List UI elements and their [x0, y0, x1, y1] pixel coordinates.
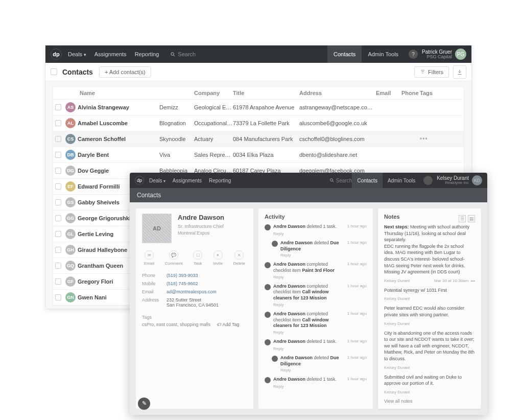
row-avatar: GF: [65, 276, 76, 287]
nav-reporting[interactable]: Reporting: [209, 178, 231, 183]
view-all-notes[interactable]: View all notes: [384, 399, 475, 404]
activity-text: Andre Dawson deleted Due Diligence: [280, 240, 343, 252]
activity-time: 1 hour ago: [347, 339, 367, 343]
table-row[interactable]: CSCameron SchoffelSkynoodleActuary084 Ma…: [53, 131, 464, 147]
avatar[interactable]: PG: [455, 49, 466, 60]
nav-deals[interactable]: Deals: [149, 178, 165, 183]
globe-icon[interactable]: [423, 176, 433, 185]
phone-value[interactable]: (519) 393-9033: [167, 273, 247, 278]
row-checkbox[interactable]: [55, 231, 61, 237]
add-contact-button[interactable]: + Add contact(s): [99, 66, 151, 78]
activity-reply[interactable]: Reply: [273, 346, 367, 351]
search-icon: [170, 52, 176, 57]
activity-reply[interactable]: Reply: [280, 253, 367, 258]
action-delete[interactable]: ✕Delete: [233, 250, 245, 266]
activity-text: Andre Dawson deleted Due Diligence: [280, 355, 343, 367]
profile-name: Andre Dawson: [178, 214, 224, 221]
download-icon: [457, 69, 463, 75]
nav-reporting[interactable]: Reporting: [135, 51, 159, 57]
tab-admin-tools[interactable]: Admin Tools: [362, 45, 405, 63]
notes-title: Notes: [384, 214, 400, 220]
table-row[interactable]: ALAmabel LuscombeBlognationOccupational……: [53, 115, 464, 131]
filters-label: Filters: [428, 69, 443, 75]
current-user[interactable]: Patrick Gruer PSG Capital: [422, 49, 452, 60]
activity-title: Activity: [265, 214, 367, 220]
row-checkbox[interactable]: [55, 215, 61, 221]
activity-text: Andre Dawson completed checklist item Ca…: [273, 311, 343, 329]
activity-reply[interactable]: Reply: [273, 302, 367, 307]
filters-button[interactable]: Filters: [414, 66, 449, 78]
activity-avatar: [265, 284, 271, 290]
activity-reply[interactable]: Reply: [273, 275, 367, 279]
app-header: dp Deals Assignments Reporting Search Co…: [45, 45, 471, 63]
nav-deals[interactable]: Deals: [68, 51, 86, 57]
row-checkbox[interactable]: [55, 104, 61, 110]
notes-add-icon[interactable]: ▤: [468, 215, 475, 222]
row-checkbox[interactable]: [55, 199, 61, 205]
notes-sort-icon[interactable]: ☰: [459, 215, 466, 222]
row-checkbox[interactable]: [55, 183, 61, 190]
col-name[interactable]: Name: [65, 90, 159, 96]
global-search[interactable]: Search: [170, 51, 196, 57]
help-icon[interactable]: ?: [409, 50, 418, 59]
search-icon: [329, 178, 335, 183]
col-address[interactable]: Address: [299, 90, 376, 96]
action-invite[interactable]: ✦Invite: [213, 250, 223, 266]
row-checkbox[interactable]: [55, 247, 61, 253]
edit-fab-button[interactable]: ✎: [138, 398, 150, 410]
email-value[interactable]: ad@montrealexpos.com: [167, 289, 247, 294]
activity-reply[interactable]: Reply: [273, 384, 367, 389]
row-more-icon[interactable]: •••: [420, 135, 430, 143]
col-company[interactable]: Company: [194, 90, 233, 96]
notes-panel: Notes ☰ ▤ Next steps: Meeting with schoo…: [378, 208, 481, 409]
row-title: Actuary: [194, 136, 233, 142]
global-search[interactable]: Search: [329, 178, 352, 183]
select-all-checkbox[interactable]: [51, 68, 57, 75]
nav-assignments[interactable]: Assignments: [94, 51, 127, 57]
activity-time: 1 hour ago: [347, 240, 367, 245]
table-row[interactable]: DBDaryle BentVivaSales Repres…0034 Elka …: [53, 147, 464, 162]
activity-reply[interactable]: Reply: [273, 231, 367, 236]
tab-admin-tools[interactable]: Admin Tools: [383, 173, 420, 188]
row-title: Geological E…: [194, 104, 233, 110]
row-email: astrangeway@netscape.co…: [299, 104, 376, 110]
current-user[interactable]: Kelsey Durant Realdyne Inc KD: [437, 175, 482, 185]
table-row[interactable]: ASAlvinia StrangewayDemizzGeological E…6…: [53, 99, 464, 115]
note-body: Submitted civil and waiting on Duke to a…: [384, 374, 475, 387]
row-checkbox[interactable]: [55, 152, 61, 158]
add-tag-button[interactable]: 🏷 Add Tag: [217, 322, 240, 327]
col-email[interactable]: Email: [376, 90, 401, 96]
page-title: Contacts: [62, 68, 93, 76]
col-title[interactable]: Title: [233, 90, 299, 96]
tab-contacts[interactable]: Contacts: [352, 173, 382, 188]
row-checkbox[interactable]: [55, 278, 61, 285]
action-comment[interactable]: 💬Comment: [165, 250, 183, 266]
row-company: Skynoodle: [159, 136, 194, 142]
activity-text: Andre Dawson deleted 1 task.: [273, 377, 343, 383]
contact-detail-window: dp Deals Assignments Reporting Search Co…: [130, 173, 487, 415]
row-avatar: GN: [65, 292, 76, 302]
avatar[interactable]: KD: [472, 175, 482, 185]
row-checkbox[interactable]: [55, 120, 61, 126]
activity-avatar: [265, 224, 271, 230]
col-tags[interactable]: Tags: [420, 90, 430, 96]
activity-time: 1 hour ago: [347, 224, 367, 228]
profile-company: Montreal Expos: [178, 230, 224, 237]
activity-reply[interactable]: Reply: [273, 330, 367, 335]
col-phone[interactable]: Phone: [401, 90, 420, 96]
action-email[interactable]: ✉Email: [144, 250, 154, 266]
activity-avatar: [265, 377, 271, 383]
nav-assignments[interactable]: Assignments: [173, 178, 202, 183]
activity-reply[interactable]: Reply: [280, 368, 367, 372]
tab-contacts[interactable]: Contacts: [327, 45, 362, 63]
action-task[interactable]: ☐Task: [193, 250, 202, 266]
row-checkbox[interactable]: [55, 263, 61, 269]
mobile-value[interactable]: (518) 745-9602: [167, 281, 247, 286]
row-checkbox[interactable]: [55, 294, 61, 300]
row-avatar: EF: [65, 181, 76, 192]
row-avatar: GL: [65, 229, 76, 239]
user-org: Realdyne Inc: [437, 181, 469, 185]
row-checkbox[interactable]: [55, 168, 61, 174]
row-checkbox[interactable]: [55, 136, 61, 142]
download-button[interactable]: [453, 65, 466, 79]
